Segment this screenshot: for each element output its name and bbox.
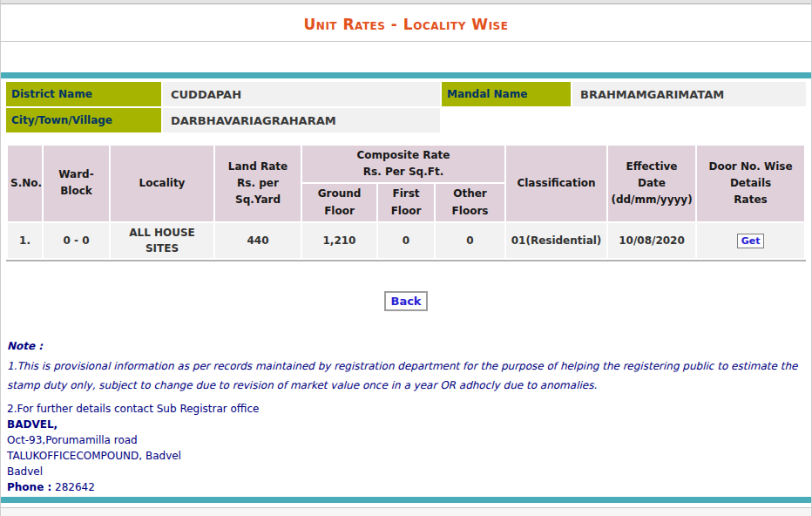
col-header-ground-floor: Ground Floor — [302, 184, 376, 221]
address-line-1: Oct-93,Porumamilla road — [7, 432, 804, 448]
address-line-2: TALUKOFFICECOMPOUND, Badvel — [7, 448, 804, 464]
cell-classification: 01(Residential) — [506, 223, 606, 258]
note-line-2: 2.For further details contact Sub Regist… — [7, 401, 804, 417]
table-header-row-1: S.No. Ward- Block Locality Land Rate Rs.… — [8, 146, 804, 182]
mandal-name-value: BRAHMAMGARIMATAM — [572, 82, 806, 106]
city-town-village-label: City/Town/Village — [6, 108, 161, 132]
col-header-other-floors: Other Floors — [436, 184, 504, 221]
mandal-name-label: Mandal Name — [442, 82, 571, 106]
title-divider — [1, 41, 811, 42]
get-button[interactable]: Get — [737, 234, 765, 248]
col-header-composite-rate: Composite Rate Rs. Per Sq.Ft. — [302, 146, 504, 182]
cell-locality: ALL HOUSE SITES — [111, 223, 213, 258]
cell-sno: 1. — [8, 223, 42, 258]
page-footer — [1, 497, 811, 516]
office-name: BADVEL, — [7, 417, 804, 432]
info-panel-spacer — [572, 108, 806, 132]
notes-section: Note : 1.This is provisional information… — [7, 340, 804, 495]
footer-teal-bar — [1, 497, 811, 503]
back-button[interactable]: Back — [384, 291, 427, 311]
cell-ward-block: 0 - 0 — [44, 223, 109, 258]
col-header-classification: Classification — [506, 146, 606, 221]
page: Unit Rates - Locality Wise District Name… — [0, 0, 812, 516]
district-name-label: District Name — [6, 82, 161, 106]
cell-other-floors: 0 — [436, 223, 504, 258]
note-heading: Note : — [7, 340, 804, 352]
header-teal-bar — [1, 72, 811, 78]
col-header-ward-block: Ward- Block — [44, 146, 109, 221]
district-name-value: CUDDAPAH — [163, 82, 440, 106]
phone-label: Phone : — [7, 481, 51, 493]
location-info-panel: District Name CUDDAPAH Mandal Name BRAHM… — [6, 82, 806, 132]
footer-strip — [1, 507, 811, 516]
phone-line: Phone : 282642 — [7, 479, 804, 495]
col-header-door-no-wise: Door No. Wise Details Rates — [697, 146, 804, 221]
cell-door-no-action: Get — [697, 223, 804, 258]
address-line-3: Badvel — [7, 464, 804, 479]
col-header-land-rate: Land Rate Rs. per Sq.Yard — [215, 146, 301, 221]
city-town-village-value: DARBHAVARIAGRAHARAM — [163, 108, 440, 132]
cell-ground-floor: 1,210 — [302, 223, 376, 258]
col-header-effective-date: Effective Date (dd/mm/yyyy) — [608, 146, 695, 221]
cell-effective-date: 10/08/2020 — [608, 223, 695, 258]
table-row: 1. 0 - 0 ALL HOUSE SITES 440 1,210 0 0 0… — [8, 223, 804, 258]
back-button-row: Back — [1, 291, 811, 311]
page-title: Unit Rates - Locality Wise — [1, 16, 811, 33]
unit-rates-table: S.No. Ward- Block Locality Land Rate Rs.… — [6, 144, 806, 260]
phone-value: 282642 — [55, 481, 95, 493]
note-line-1: 1.This is provisional information as per… — [7, 356, 804, 395]
cell-land-rate: 440 — [215, 223, 301, 258]
top-divider-bar — [1, 0, 811, 4]
cell-first-floor: 0 — [378, 223, 434, 258]
info-panel-spacer — [442, 108, 571, 132]
col-header-locality: Locality — [111, 146, 213, 221]
col-header-sno: S.No. — [8, 146, 42, 221]
col-header-first-floor: First Floor — [378, 184, 434, 221]
unit-rates-table-wrapper: S.No. Ward- Block Locality Land Rate Rs.… — [6, 144, 806, 261]
